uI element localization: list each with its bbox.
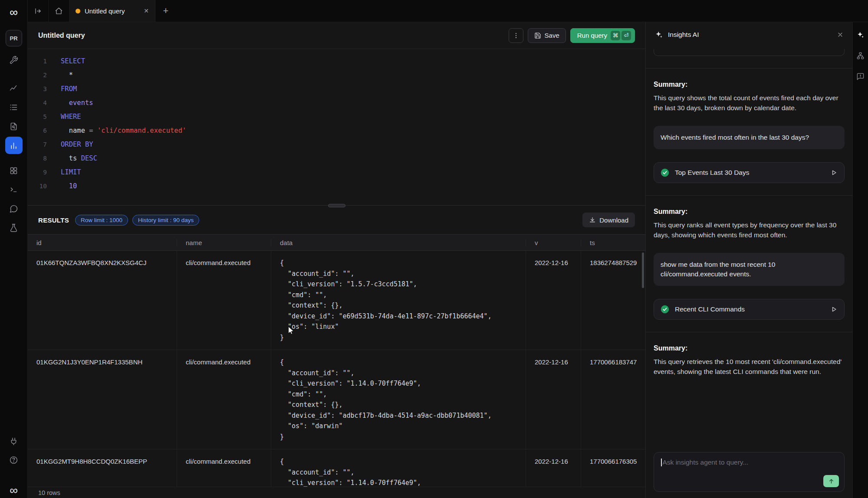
sql-editor[interactable]: 1SELECT2 *3FROM4 events5WHERE6 name = 'c… [28,49,645,205]
query-card[interactable]: Recent CLI Commands [654,299,845,320]
flask-icon[interactable] [5,219,23,236]
arrow-up-icon [828,478,835,485]
check-circle-icon [660,305,670,314]
column-header-id[interactable]: id [28,239,177,246]
tab-close-icon[interactable]: ✕ [144,7,149,14]
editor-line[interactable]: 10 10 [28,179,645,193]
grid-apps-icon[interactable] [5,162,23,179]
results-badges: Row limit : 1000History limit : 90 days [75,215,199,226]
chart-line-icon[interactable] [5,79,23,97]
editor-line[interactable]: 3FROM [28,82,645,96]
save-button-label: Save [545,32,559,39]
chat-icon[interactable] [5,200,23,217]
thread-divider [646,195,852,196]
cmd-key-chip: ⌘ [611,31,620,40]
summary-label: Summary: [654,344,845,352]
tab-untitled-query[interactable]: Untitled query ✕ [69,0,155,22]
column-header-ts[interactable]: ts [581,239,645,246]
editor-line[interactable]: 1SELECT [28,54,645,68]
summary-label: Summary: [654,208,845,216]
editor-line[interactable]: 2 * [28,68,645,82]
help-icon[interactable] [5,451,23,469]
ask-input[interactable]: Ask insights agent to query... [654,452,845,492]
cell-name: cli/command.executed [177,350,271,449]
tools-icon[interactable] [5,51,23,69]
file-search-icon[interactable] [5,118,23,135]
plug-icon[interactable] [5,432,23,450]
play-icon[interactable] [829,168,838,177]
cell-name: cli/command.executed [177,251,271,350]
save-icon [534,32,541,39]
line-number: 3 [28,82,47,96]
new-tab-button[interactable]: + [155,0,176,22]
send-button[interactable] [823,475,839,487]
user-question-bubble: show me data from the most recent 10 cli… [654,253,845,286]
editor-line[interactable]: 5WHERE [28,110,645,124]
line-number: 8 [28,151,47,165]
editor-line[interactable]: 7ORDER BY [28,138,645,151]
play-icon[interactable] [829,305,838,314]
home-icon[interactable] [49,0,69,22]
app-root: ∞ PR [0,0,868,498]
save-button[interactable]: Save [528,28,566,43]
cell-id: 01KGG2N1J3Y0ENP1R4F1335BNH [28,350,177,449]
project-avatar[interactable]: PR [6,30,22,46]
insights-header: Insights AI [646,22,852,47]
editor-line[interactable]: 6 name = 'cli/command.executed' [28,124,645,138]
terminal-icon[interactable] [5,181,23,198]
bar-chart-icon-active[interactable] [5,137,23,154]
line-number: 2 [28,68,47,82]
cell-v: 2022-12-16 [526,251,581,350]
limit-badge[interactable]: Row limit : 1000 [75,215,128,226]
editor-line[interactable]: 8 ts DESC [28,151,645,165]
run-query-button[interactable]: Run query ⌘ ⏎ [570,28,635,43]
column-header-name[interactable]: name [177,239,271,246]
feedback-icon[interactable] [855,71,866,82]
insights-title: Insights AI [668,31,699,39]
line-number: 10 [28,179,47,193]
line-number: 1 [28,54,47,68]
column-header-v[interactable]: v [526,239,581,246]
line-number: 5 [28,110,47,124]
results-table-header: idnamedatavts [28,234,645,251]
editor-line[interactable]: 9LIMIT [28,165,645,179]
column-header-data[interactable]: data [271,239,526,246]
ask-input-placeholder: Ask insights agent to query... [663,459,749,466]
more-options-button[interactable] [509,28,523,43]
sparkle-icon [654,30,663,39]
run-query-label: Run query [577,32,607,39]
thread-divider [646,68,852,69]
line-number: 6 [28,124,47,138]
summary-label: Summary: [654,81,845,88]
editor-line[interactable]: 4 events [28,96,645,110]
summary-text: This query shows the total count of even… [654,93,845,113]
table-scrollbar[interactable] [642,252,644,288]
summary-text: This query retrieves the 10 most recent … [654,357,845,377]
query-card-label: Recent CLI Commands [675,305,824,313]
line-number: 7 [28,138,47,151]
schema-tree-icon[interactable] [855,50,866,61]
insights-thread: Summary:This query shows the total count… [646,47,852,446]
query-panel: Untitled query Save Run query ⌘ [28,22,645,498]
cell-ts: 1836274887529 [581,251,645,350]
insights-ai-rail-icon[interactable] [855,29,866,40]
row-count: 10 rows [38,489,60,496]
query-card[interactable]: Top Events Last 30 Days [654,162,845,183]
summary-text: This query ranks all event types by freq… [654,220,845,240]
table-row[interactable]: 01KGG2N1J3Y0ENP1R4F1335BNHcli/command.ex… [28,350,645,449]
app-logo-bottom-icon: ∞ [8,484,20,496]
close-icon[interactable] [837,31,844,38]
splitter-handle[interactable] [328,204,345,207]
sidebar-toggle-icon[interactable] [28,0,49,22]
scrolled-message-partial [654,49,845,56]
tab-bar: Untitled query ✕ + [28,0,868,22]
cell-v: 2022-12-16 [526,350,581,449]
enter-key-chip: ⏎ [621,31,631,40]
table-row[interactable]: 01K66TQNZA3WFBQ8XN2KXSG4CJcli/command.ex… [28,251,645,350]
limit-badge[interactable]: History limit : 90 days [132,215,199,226]
download-button[interactable]: Download [582,213,635,227]
list-rows-icon[interactable] [5,98,23,116]
cell-id: 01K66TQNZA3WFBQ8XN2KXSG4CJ [28,251,177,350]
check-circle-icon [660,168,670,177]
app-logo-icon: ∞ [8,6,20,18]
